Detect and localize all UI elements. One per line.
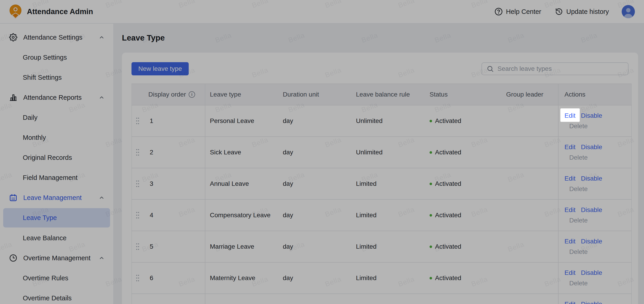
status-cell: Activated: [426, 262, 499, 294]
status-dot-icon: [430, 183, 432, 185]
bar-chart-icon: [9, 93, 17, 102]
edit-button[interactable]: Edit: [564, 206, 576, 214]
disable-button[interactable]: Disable: [581, 175, 602, 182]
drag-handle-icon[interactable]: [136, 243, 139, 251]
delete-button[interactable]: Delete: [569, 185, 588, 192]
sidebar-group-overtime-management[interactable]: Overtime Management: [0, 248, 113, 268]
table-row: 3 Annual Leave day Limited Activated Edi…: [132, 168, 632, 200]
display-order-value: 5: [150, 243, 153, 250]
status-cell: Activated: [426, 168, 499, 200]
status-label: Activated: [435, 149, 461, 156]
sidebar-group-attendance-reports[interactable]: Attendance Reports: [0, 87, 113, 107]
status-dot-icon: [430, 120, 432, 122]
leave-type-cell: Personal Leave: [205, 105, 278, 137]
display-order-cell: 3: [132, 168, 205, 200]
disable-button[interactable]: Disable: [581, 301, 602, 304]
sidebar-item-daily[interactable]: Daily: [0, 107, 113, 128]
sidebar-group-leave-management[interactable]: Leave Management: [0, 188, 113, 208]
disable-button[interactable]: Disable: [581, 143, 602, 151]
group-leader-cell: [499, 137, 558, 168]
sidebar-group-label: Attendance Settings: [23, 34, 82, 41]
sidebar-item-leave-type-active[interactable]: Leave Type: [3, 208, 110, 228]
balance-rule-cell: Unlimited: [351, 105, 426, 137]
new-leave-type-button[interactable]: New leave type: [132, 62, 189, 75]
status-label: Activated: [435, 117, 461, 125]
actions-cell: Edit Disable Delete: [558, 262, 632, 294]
actions-cell: Edit Disable Delete: [558, 200, 632, 231]
table-row: 5 Marriage Leave day Limited Activated E…: [132, 231, 632, 262]
delete-button[interactable]: Delete: [569, 280, 588, 287]
history-clock-icon: [555, 7, 563, 16]
drag-handle-icon[interactable]: [136, 211, 139, 219]
status-cell: [426, 294, 499, 304]
sidebar-item-original-records[interactable]: Original Records: [0, 148, 113, 168]
drag-handle-icon[interactable]: [136, 148, 139, 156]
delete-button[interactable]: Delete: [569, 248, 588, 255]
sidebar-group-attendance-settings[interactable]: Attendance Settings: [0, 27, 113, 47]
leave-type-cell: Compensatory Leave: [205, 200, 278, 231]
edit-button[interactable]: Edit: [564, 301, 576, 304]
edit-button[interactable]: Edit: [564, 269, 576, 277]
status-label: Activated: [435, 274, 461, 282]
drag-handle-icon[interactable]: [136, 274, 139, 282]
app-logo-pin-icon: [9, 4, 22, 19]
sidebar: Attendance Settings Group Settings Shift…: [0, 24, 113, 304]
update-history-link[interactable]: Update history: [555, 7, 609, 16]
search-icon: [486, 65, 494, 72]
status-dot-icon: [430, 246, 432, 248]
table-row: 4 Compensatory Leave day Limited Activat…: [132, 200, 632, 231]
edit-button[interactable]: Edit: [564, 143, 576, 151]
col-header-duration-unit: Duration unit: [278, 84, 351, 105]
edit-button[interactable]: Edit: [564, 112, 576, 119]
chevron-up-icon: [99, 195, 104, 201]
disable-button[interactable]: Disable: [581, 206, 602, 214]
sidebar-item-shift-settings[interactable]: Shift Settings: [0, 67, 113, 87]
delete-button[interactable]: Delete: [569, 154, 588, 161]
help-center-link[interactable]: Help Center: [494, 7, 541, 16]
disable-button[interactable]: Disable: [581, 269, 602, 277]
duration-unit-cell: day: [278, 200, 351, 231]
status-label: Activated: [435, 243, 461, 250]
sidebar-item-field-management[interactable]: Field Management: [0, 168, 113, 188]
sidebar-item-monthly[interactable]: Monthly: [0, 128, 113, 148]
search-box[interactable]: [482, 62, 628, 75]
sidebar-item-group-settings[interactable]: Group Settings: [0, 47, 113, 67]
sidebar-item-overtime-details[interactable]: Overtime Details: [0, 288, 113, 304]
drag-handle-icon[interactable]: [136, 180, 139, 188]
group-leader-cell: [499, 168, 558, 200]
table-row: 6 Maternity Leave day Limited Activated …: [132, 262, 632, 294]
info-icon[interactable]: i: [189, 91, 195, 98]
edit-button[interactable]: Edit: [564, 238, 576, 245]
edit-button[interactable]: Edit: [564, 175, 576, 182]
display-order-cell: [132, 294, 205, 304]
sidebar-item-overtime-rules[interactable]: Overtime Rules: [0, 268, 113, 288]
disable-button[interactable]: Disable: [581, 238, 602, 245]
table-row: Edit Disable Delete: [132, 294, 632, 304]
balance-rule-cell: [351, 294, 426, 304]
display-order-cell: 4: [132, 200, 205, 231]
question-circle-icon: [494, 7, 503, 16]
status-dot-icon: [430, 151, 432, 154]
search-input[interactable]: [498, 65, 624, 72]
col-header-leave-type: Leave type: [205, 84, 278, 105]
display-order-cell: 5: [132, 231, 205, 262]
sidebar-item-leave-balance[interactable]: Leave Balance: [0, 228, 113, 248]
sidebar-group-label: Attendance Reports: [23, 94, 82, 101]
user-avatar[interactable]: [622, 5, 635, 18]
drag-handle-icon[interactable]: [136, 117, 139, 125]
delete-button[interactable]: Delete: [569, 217, 588, 224]
status-cell: Activated: [426, 200, 499, 231]
group-leader-cell: [499, 200, 558, 231]
balance-rule-cell: Unlimited: [351, 137, 426, 168]
sidebar-group-label: Leave Management: [23, 194, 82, 202]
chevron-up-icon: [99, 94, 104, 100]
delete-button[interactable]: Delete: [569, 122, 588, 130]
group-leader-cell: [499, 105, 558, 137]
actions-cell: Edit Disable Delete: [558, 168, 632, 200]
disable-button[interactable]: Disable: [581, 112, 602, 119]
display-order-value: 2: [150, 149, 153, 156]
status-cell: Activated: [426, 137, 499, 168]
balance-rule-cell: Limited: [351, 200, 426, 231]
main-content: Leave Type New leave type: [113, 24, 644, 304]
sidebar-group-label: Overtime Management: [23, 254, 90, 262]
